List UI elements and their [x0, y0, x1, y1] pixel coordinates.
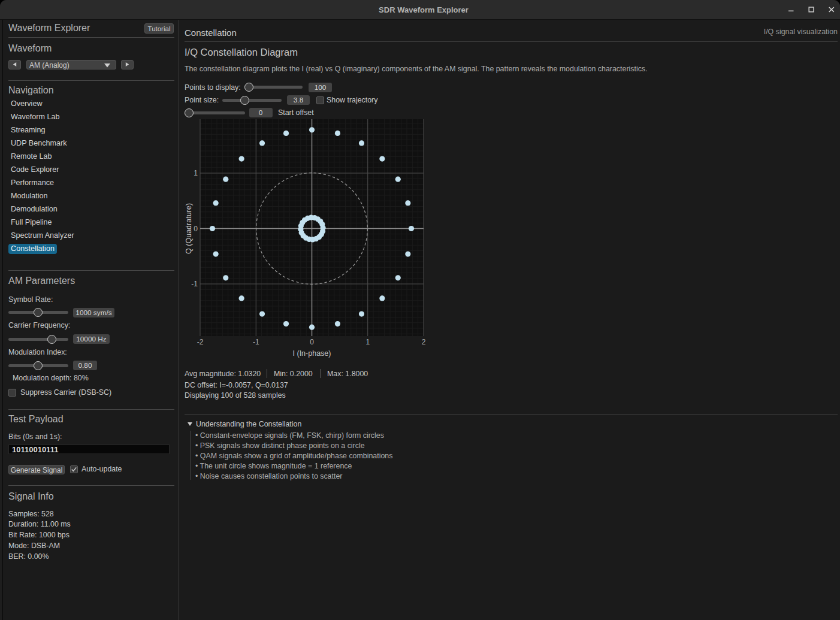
svg-text:-1: -1 [191, 280, 198, 288]
svg-text:0: 0 [310, 338, 314, 346]
svg-text:1: 1 [365, 338, 370, 346]
svg-text:2: 2 [422, 338, 426, 346]
svg-text:1: 1 [194, 169, 198, 177]
svg-text:-2: -2 [197, 338, 204, 346]
svg-text:-1: -1 [253, 338, 259, 346]
svg-text:0: 0 [194, 225, 198, 233]
svg-text:I (In-phase): I (In-phase) [293, 349, 331, 358]
svg-text:Q (Quadrature): Q (Quadrature) [185, 203, 193, 254]
